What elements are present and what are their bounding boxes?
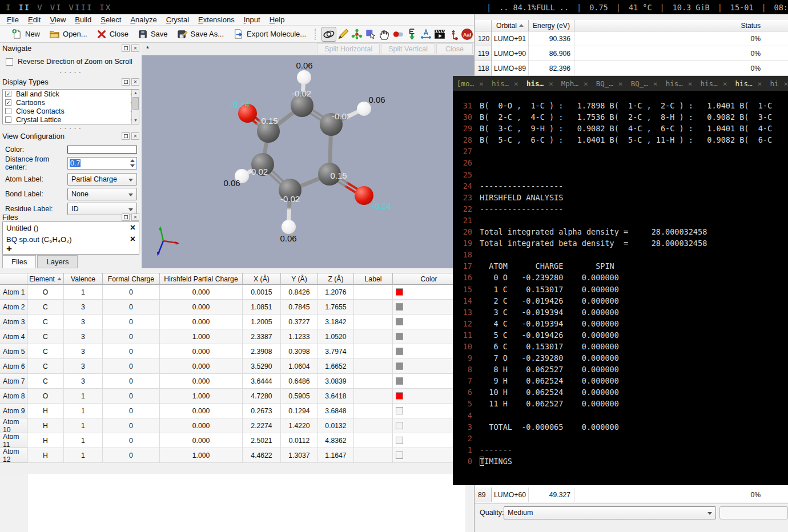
table-cell[interactable]: 3.6418 <box>318 389 354 404</box>
close-tab-icon[interactable]: × <box>514 79 518 88</box>
table-cell[interactable]: 0.5905 <box>281 389 318 404</box>
table-cell[interactable]: 0.0112 <box>281 433 318 448</box>
table-cell[interactable]: 3 <box>64 359 103 374</box>
table-cell[interactable] <box>354 344 393 359</box>
selection-tool-icon[interactable] <box>364 27 377 42</box>
table-cell[interactable]: 3.6848 <box>318 404 354 418</box>
orbital-cell[interactable]: LUMO+91 <box>492 31 529 46</box>
open-button[interactable]: Open... <box>45 27 92 41</box>
table-cell[interactable]: 3 <box>64 300 103 315</box>
table-cell[interactable]: 3 <box>64 329 103 344</box>
display-types-scrollbar[interactable]: ▲ ▼ <box>131 90 139 124</box>
row-header[interactable]: Atom 2 <box>0 300 27 315</box>
reverse-zoom-checkbox[interactable] <box>6 58 13 66</box>
scroll-up-icon[interactable]: ▲ <box>132 90 139 96</box>
workspace-tag[interactable]: VI <box>50 3 62 12</box>
menu-item-select[interactable]: Select <box>96 15 126 25</box>
atom-color-swatch[interactable] <box>396 303 403 311</box>
terminal-tab[interactable]: his…× <box>522 76 557 91</box>
table-cell[interactable]: 0.000 <box>160 315 243 329</box>
table-cell[interactable]: 1 <box>64 433 103 448</box>
row-header[interactable]: Atom 4 <box>0 329 27 344</box>
panel-splitter[interactable]: • • • • • <box>0 126 142 130</box>
menu-item-crystal[interactable]: Crystal <box>162 15 194 25</box>
spinner-arrows[interactable] <box>128 158 136 168</box>
row-header[interactable]: Atom 5 <box>0 344 27 359</box>
draw-tool-icon[interactable] <box>336 27 350 42</box>
display-type-checkbox[interactable] <box>5 116 11 123</box>
workspace-tag[interactable]: IX <box>99 3 111 12</box>
label-tool-icon[interactable]: AaI <box>460 27 474 42</box>
table-cell[interactable]: 1.0851 <box>243 300 281 315</box>
row-header[interactable]: 119 <box>475 46 492 61</box>
table-cell[interactable]: 1 <box>64 285 103 300</box>
table-cell[interactable]: 0.0132 <box>318 418 354 433</box>
table-cell[interactable]: 0 <box>103 448 160 463</box>
table-cell[interactable]: 0 <box>103 344 160 359</box>
energy-cell[interactable]: 49.327 <box>529 487 574 502</box>
table-cell[interactable]: 3 <box>64 315 103 329</box>
measure-tool-icon[interactable] <box>419 27 432 42</box>
close-panel-icon[interactable]: × <box>131 45 139 52</box>
terminal-tab[interactable]: [mo…× <box>453 76 488 91</box>
table-cell[interactable]: 0.000 <box>160 374 243 389</box>
display-type-checkbox[interactable]: ✓ <box>5 99 11 106</box>
display-type-row[interactable]: Close Contacts••• <box>3 107 139 115</box>
table-cell[interactable]: 0.7845 <box>281 300 318 315</box>
column-header[interactable]: Z (Å) <box>318 273 354 285</box>
table-cell[interactable]: H <box>27 433 64 448</box>
close-panel-icon[interactable]: × <box>131 78 139 86</box>
terminal-window[interactable]: [mo…×his…×his…×Mph…×BQ_…×BQ_…×his…×his…×… <box>453 76 788 485</box>
table-cell[interactable] <box>354 285 393 300</box>
table-cell[interactable]: 3.0839 <box>318 374 354 389</box>
remove-file-icon[interactable]: × <box>130 223 135 232</box>
table-cell[interactable]: 0.3727 <box>281 315 318 329</box>
column-header[interactable]: Hirshfeld Partial Charge <box>160 273 243 285</box>
column-header[interactable]: Valence <box>64 273 103 285</box>
table-cell[interactable]: C <box>27 344 64 359</box>
close-tab-icon[interactable]: × <box>784 79 788 88</box>
file-list-item[interactable]: BQ sp.out (C₆H₄O₂)× <box>3 233 139 245</box>
atom-color-swatch[interactable] <box>396 452 403 459</box>
table-cell[interactable]: 1.1233 <box>281 329 318 344</box>
atom-color-swatch[interactable] <box>396 318 403 325</box>
quality-extra-button[interactable] <box>719 506 788 519</box>
table-cell[interactable]: C <box>27 300 64 315</box>
row-header[interactable]: Atom 10 <box>0 418 27 433</box>
column-header[interactable]: Y (Å) <box>281 273 318 285</box>
table-cell[interactable]: 0.8426 <box>281 285 318 300</box>
molecule-3d-viewport[interactable]: -0.240.15-0.02-0.020.15-0.02-0.02-0.240.… <box>142 55 474 268</box>
table-cell[interactable]: O <box>27 285 64 300</box>
table-cell[interactable]: 1.0520 <box>318 329 354 344</box>
terminal-tab[interactable]: his…× <box>731 76 766 91</box>
remove-file-icon[interactable]: × <box>130 235 135 244</box>
column-header[interactable]: Element <box>27 273 64 285</box>
table-cell[interactable]: 2.5021 <box>243 433 281 448</box>
terminal-output[interactable]: 31B( 0-O , 1-C ) : 1.7898 B( 1-C , 2-C )… <box>457 100 788 485</box>
align-tool-icon[interactable] <box>447 27 460 42</box>
display-type-row[interactable]: ✓Cartoons••• <box>3 98 139 107</box>
column-header[interactable]: Label <box>354 273 393 285</box>
animation-tool-icon[interactable] <box>433 27 447 42</box>
workspace-tag[interactable]: V <box>37 3 43 12</box>
table-cell[interactable]: 1.6652 <box>318 359 354 374</box>
row-header[interactable]: Atom 3 <box>0 315 27 329</box>
table-cell[interactable]: 3.1842 <box>318 315 354 329</box>
panel-splitter[interactable]: • • • • • <box>0 70 142 74</box>
menu-item-file[interactable]: File <box>2 15 23 25</box>
terminal-tab[interactable]: Mph…× <box>557 76 592 91</box>
table-cell[interactable] <box>354 329 393 344</box>
table-cell[interactable]: 0 <box>103 418 160 433</box>
close-tab-icon[interactable]: × <box>618 79 623 88</box>
table-cell[interactable]: 0 <box>103 329 160 344</box>
atom-label-dropdown[interactable]: Partial Charge <box>67 173 137 186</box>
orbital-cell[interactable]: LUMO+89 <box>492 61 529 76</box>
terminal-tab[interactable]: his…× <box>662 76 697 91</box>
table-cell[interactable] <box>354 315 393 329</box>
export-molecule-button[interactable]: Export Molecule... <box>228 27 311 41</box>
table-cell[interactable]: 1 <box>64 418 103 433</box>
energy-cell[interactable]: 82.396 <box>529 61 574 76</box>
table-cell[interactable]: H <box>27 404 64 418</box>
bond-label-dropdown[interactable]: None <box>67 188 137 200</box>
atom-color-swatch[interactable] <box>396 392 403 400</box>
